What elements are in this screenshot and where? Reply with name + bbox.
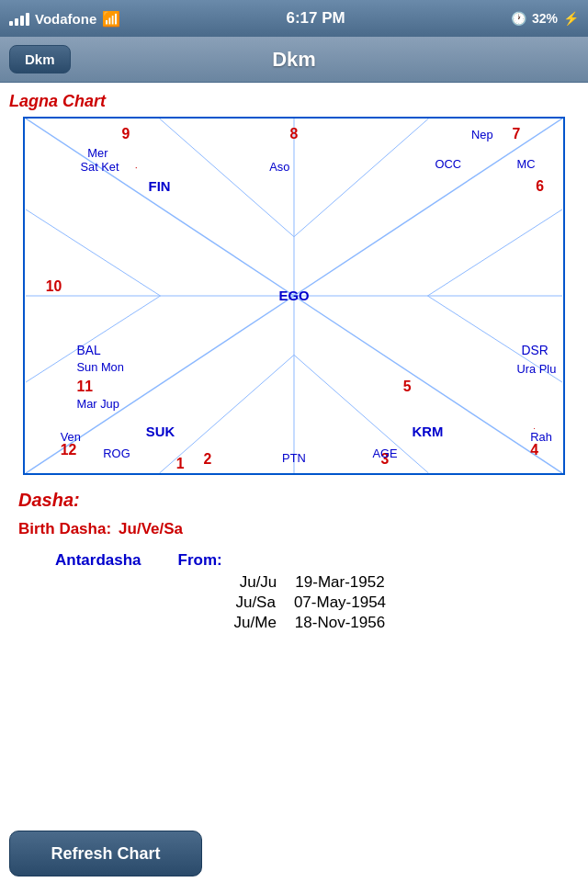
svg-text:9: 9: [121, 126, 130, 141]
dasha-rows: Ju/Ju19-Mar-1952Ju/Sa07-May-1954Ju/Me18-…: [18, 573, 570, 632]
carrier-label: Vodafone: [35, 11, 96, 27]
antardasha-label: Antardasha: [55, 551, 141, 570]
svg-text:12: 12: [61, 442, 77, 458]
svg-text:Nep: Nep: [471, 128, 493, 141]
svg-text:EGO: EGO: [279, 288, 310, 303]
dasha-code: Ju/Me: [203, 614, 277, 632]
lagna-chart-label: Lagna Chart: [9, 92, 579, 111]
svg-text:11: 11: [76, 379, 93, 394]
dasha-section: Dasha: Birth Dasha: Ju/Ve/Sa Antardasha …: [9, 490, 579, 632]
chart-svg: 9 Mer Sat Ket · FIN 8 Aso Nep 7 6 OCC MC…: [25, 119, 563, 473]
svg-text:·: ·: [135, 162, 138, 173]
svg-text:7: 7: [513, 126, 521, 141]
main-content: Lagna Chart: [0, 83, 588, 634]
dasha-code: Ju/Sa: [202, 594, 276, 612]
svg-line-1: [294, 119, 562, 296]
dasha-code: Ju/Ju: [203, 573, 277, 592]
nav-bar: Dkm Dkm: [0, 37, 588, 83]
svg-text:Sun Mon: Sun Mon: [76, 360, 123, 374]
dasha-row: Ju/Ju19-Mar-1952: [18, 573, 570, 592]
svg-text:Aso: Aso: [269, 160, 289, 174]
svg-text:MC: MC: [516, 157, 535, 171]
vedic-chart: 9 Mer Sat Ket · FIN 8 Aso Nep 7 6 OCC MC…: [23, 117, 565, 475]
svg-line-0: [26, 119, 294, 296]
svg-text:·: ·: [533, 423, 536, 433]
dasha-row: Ju/Me18-Nov-1956: [18, 614, 570, 632]
svg-text:6: 6: [536, 178, 544, 194]
svg-line-3: [294, 296, 562, 473]
svg-text:Ura Plu: Ura Plu: [516, 362, 556, 376]
battery-icon: ⚡: [563, 11, 579, 26]
svg-text:AGE: AGE: [372, 447, 398, 460]
antardasha-header: Antardasha From:: [55, 551, 570, 570]
dasha-date: 07-May-1954: [294, 594, 386, 612]
svg-text:BAL: BAL: [76, 343, 100, 357]
status-bar: Vodafone 📶 6:17 PM 🕐 32% ⚡: [0, 0, 588, 37]
svg-line-7: [294, 119, 428, 237]
svg-text:DSR: DSR: [521, 343, 548, 357]
dasha-row: Ju/Sa07-May-1954: [18, 594, 570, 612]
birth-dasha-label: Birth Dasha:: [18, 520, 111, 538]
clock-icon: 🕐: [511, 11, 526, 26]
from-label: From:: [178, 551, 222, 570]
birth-dasha-value: Ju/Ve/Sa: [119, 520, 183, 544]
svg-text:PTN: PTN: [282, 451, 306, 465]
birth-dasha-row: Birth Dasha: Ju/Ve/Sa: [18, 520, 570, 544]
svg-text:Ven: Ven: [61, 430, 81, 444]
dasha-date: 19-Mar-1952: [295, 573, 384, 592]
svg-text:Sat Ket: Sat Ket: [80, 160, 119, 174]
svg-text:SUK: SUK: [146, 424, 175, 439]
svg-line-9: [294, 355, 428, 473]
svg-line-12: [427, 209, 561, 296]
svg-text:Mar Jup: Mar Jup: [76, 397, 119, 411]
svg-text:1: 1: [176, 456, 185, 471]
dasha-title: Dasha:: [18, 490, 570, 511]
svg-text:OCC: OCC: [435, 157, 461, 171]
svg-text:ROG: ROG: [103, 447, 130, 460]
svg-text:4: 4: [530, 442, 538, 458]
battery-label: 32%: [532, 11, 558, 26]
svg-text:8: 8: [290, 126, 299, 141]
svg-text:FIN: FIN: [149, 179, 171, 194]
svg-text:Mer: Mer: [87, 146, 108, 160]
back-button[interactable]: Dkm: [9, 45, 71, 74]
time-label: 6:17 PM: [286, 9, 345, 28]
refresh-button-container: Refresh Chart: [0, 821, 202, 882]
svg-text:5: 5: [403, 379, 412, 394]
svg-text:KRM: KRM: [413, 424, 444, 439]
status-right: 🕐 32% ⚡: [511, 11, 579, 26]
wifi-icon: 📶: [102, 10, 120, 28]
nav-title: Dkm: [272, 48, 316, 72]
svg-text:2: 2: [204, 451, 212, 467]
svg-text:10: 10: [46, 278, 62, 294]
dasha-date: 18-Nov-1956: [295, 614, 385, 632]
signal-bars: [9, 11, 29, 26]
status-left: Vodafone 📶: [9, 10, 120, 28]
svg-line-6: [160, 119, 294, 237]
refresh-chart-button[interactable]: Refresh Chart: [9, 831, 202, 876]
